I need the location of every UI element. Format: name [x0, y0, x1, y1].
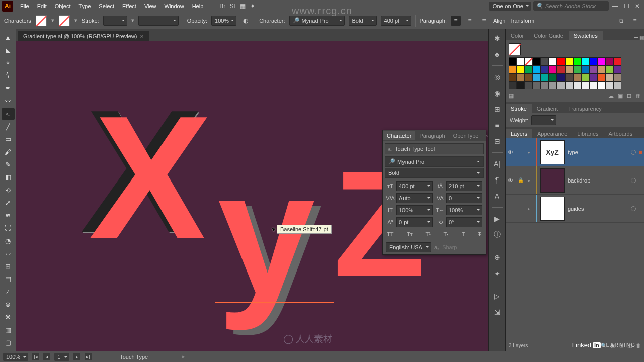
swatch[interactable]: [573, 57, 581, 65]
swatch[interactable]: [517, 65, 525, 73]
swatch[interactable]: [613, 65, 621, 73]
swatch[interactable]: [533, 73, 541, 81]
swatch[interactable]: [589, 81, 597, 89]
menu-object[interactable]: Object: [51, 1, 75, 11]
menu-effect[interactable]: Effect: [118, 1, 140, 11]
touch-type-button[interactable]: ⎁ Touch Type Tool: [385, 143, 484, 154]
visibility-toggle[interactable]: 👁: [508, 149, 515, 155]
glyphs-icon[interactable]: A|: [491, 158, 503, 170]
swatch[interactable]: [541, 65, 549, 73]
swatch[interactable]: [509, 65, 517, 73]
target-icon[interactable]: [631, 178, 636, 183]
swatch[interactable]: [565, 57, 573, 65]
swatch[interactable]: [605, 57, 613, 65]
weight-input[interactable]: [531, 115, 556, 125]
mesh-tool[interactable]: ⊞: [2, 260, 15, 272]
layer-name[interactable]: type: [568, 149, 628, 155]
swatch[interactable]: [509, 57, 517, 65]
nav-prev-icon[interactable]: ◂: [43, 353, 50, 360]
language-dd[interactable]: English: USA: [386, 242, 431, 252]
swatch[interactable]: [549, 81, 557, 89]
swatch-trash-icon[interactable]: 🗑: [635, 93, 641, 99]
menu-edit[interactable]: Edit: [33, 1, 51, 11]
swatch-lib-icon[interactable]: ▦: [509, 93, 514, 99]
navigator-icon[interactable]: ✦: [491, 267, 503, 280]
layer-name[interactable]: guides: [568, 206, 628, 212]
baseline-input[interactable]: 0 pt: [396, 217, 433, 227]
scale-tool[interactable]: ⤢: [2, 197, 15, 209]
swatch[interactable]: [605, 81, 613, 89]
direct-selection-tool[interactable]: ◣: [2, 44, 15, 56]
links-icon[interactable]: ⓘ: [491, 229, 503, 241]
swatch[interactable]: [597, 81, 605, 89]
swatch[interactable]: [565, 65, 573, 73]
line-tool[interactable]: ╱: [2, 121, 15, 132]
selection-box[interactable]: [215, 137, 334, 303]
document-tab[interactable]: Gradient type.ai @ 100% (RGB/GPU Preview…: [18, 31, 149, 41]
control-menu-icon[interactable]: ≡: [630, 16, 640, 26]
attributes-icon[interactable]: ⊕: [491, 251, 503, 263]
swatch-group-icon[interactable]: ▣: [618, 93, 623, 99]
menu-view[interactable]: View: [140, 1, 160, 11]
swatch[interactable]: [589, 57, 597, 65]
paragraph-styles-icon[interactable]: ¶: [491, 174, 503, 186]
swatch[interactable]: [613, 81, 621, 89]
tab-libraries[interactable]: Libraries: [572, 129, 603, 138]
nav-last-icon[interactable]: ▸|: [85, 353, 92, 360]
swatch[interactable]: [573, 65, 581, 73]
caps-sc[interactable]: Tт: [407, 231, 413, 238]
lock-toggle[interactable]: 🔒: [518, 177, 525, 183]
perspective-tool[interactable]: ▱: [2, 248, 15, 259]
swatch[interactable]: [613, 73, 621, 81]
layer-row[interactable]: 👁▸XyZtype: [506, 138, 644, 166]
layer-row[interactable]: 👁🔒▸backdrop: [506, 166, 644, 195]
align-center-icon[interactable]: ≡: [465, 16, 475, 26]
menu-help[interactable]: Help: [188, 1, 208, 11]
blend-tool[interactable]: ⊚: [2, 299, 15, 310]
nav-first-icon[interactable]: |◂: [32, 353, 39, 360]
tab-color-guide[interactable]: Color Guide: [529, 31, 569, 40]
tab-appearance[interactable]: Appearance: [532, 129, 572, 138]
caps-under[interactable]: T: [462, 231, 465, 238]
menu-file[interactable]: File: [16, 1, 33, 11]
fill-stroke-proxy[interactable]: [509, 43, 521, 55]
swatch-new-icon[interactable]: ⊞: [627, 93, 631, 99]
align-right-icon[interactable]: ≡: [479, 16, 489, 26]
swatch[interactable]: [525, 81, 533, 89]
vscale-input[interactable]: 100%: [396, 205, 433, 215]
artboard-tool[interactable]: ▢: [2, 337, 15, 348]
align-link[interactable]: Align: [493, 18, 505, 24]
caps-sub[interactable]: T₁: [443, 231, 449, 238]
swatch[interactable]: [581, 65, 589, 73]
swatch[interactable]: [613, 57, 621, 65]
swatch[interactable]: [597, 57, 605, 65]
touch-type-tool[interactable]: ⎁: [2, 108, 15, 120]
menu-type[interactable]: Type: [75, 1, 95, 11]
aa-value[interactable]: Sharp: [442, 244, 457, 250]
gradient-tool[interactable]: ▤: [2, 273, 15, 285]
appearance-icon[interactable]: ◉: [491, 87, 503, 99]
rotate-tool[interactable]: ⟲: [2, 184, 15, 196]
menu-window[interactable]: Window: [160, 1, 188, 11]
brushes-icon[interactable]: ✱: [491, 32, 503, 44]
swatch[interactable]: [517, 73, 525, 81]
swatch-cloud-icon[interactable]: ☁: [608, 93, 614, 99]
swatch[interactable]: [573, 73, 581, 81]
transform-icon[interactable]: ⊞: [491, 103, 503, 115]
tab-transparency[interactable]: Transparency: [563, 104, 607, 113]
leading-input[interactable]: 210 pt: [446, 181, 482, 191]
asset-export-icon[interactable]: ⇲: [491, 306, 503, 318]
layer-name[interactable]: backdrop: [568, 177, 628, 184]
layer-row[interactable]: ▸guides: [506, 195, 644, 223]
maximize-button[interactable]: ☐: [622, 3, 631, 10]
free-transform-tool[interactable]: ⛶: [2, 222, 15, 234]
swatch-row[interactable]: [509, 73, 641, 81]
swatch-menu-icon[interactable]: ≡: [518, 93, 521, 99]
swatch[interactable]: [581, 81, 589, 89]
artboard-number[interactable]: 1: [54, 353, 69, 361]
stroke-weight-input[interactable]: [103, 16, 127, 26]
stock-icon[interactable]: St: [227, 1, 237, 11]
symbol-sprayer-tool[interactable]: ❋: [2, 311, 15, 323]
swatch[interactable]: [533, 57, 541, 65]
swatch[interactable]: [541, 57, 549, 65]
